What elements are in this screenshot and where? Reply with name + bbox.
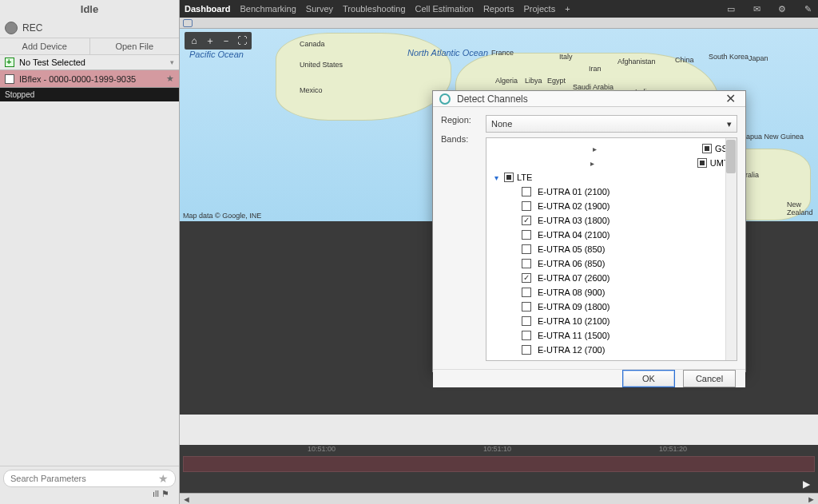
record-row[interactable]: REC [0, 18, 179, 38]
checkbox[interactable] [522, 187, 531, 196]
item-label: E-UTRA 06 (850) [538, 259, 605, 268]
ok-button[interactable]: OK [622, 370, 675, 387]
country-label: Algeria [495, 77, 518, 85]
search-parameters[interactable]: ★ [3, 470, 176, 487]
device-row[interactable]: IBflex - 0000-0000-1999-9035 ★ [0, 70, 179, 88]
item-label: E-UTRA 09 (1800) [538, 302, 610, 312]
chevron-down-icon: ▾ [170, 58, 174, 66]
bands-tree[interactable]: GSM UMTS LTE E-UTRA 01 (2100) E-UTRA 02 … [486, 137, 737, 361]
country-label: Afghanistan [617, 58, 656, 65]
checkbox[interactable] [522, 331, 531, 340]
map-attribution: Map data © Google, INE [183, 212, 261, 220]
expand-icon[interactable] [491, 145, 699, 153]
left-panel: Idle REC Add Device Open File No Test Se… [0, 0, 180, 504]
checkbox[interactable] [522, 316, 531, 326]
tree-item[interactable]: E-UTRA 06 (850) [488, 256, 735, 271]
zoom-in-icon[interactable]: ＋ [202, 34, 218, 48]
tristate-checkbox[interactable] [697, 158, 707, 168]
country-label: Canada [300, 40, 325, 48]
scrollbar-thumb[interactable] [726, 140, 736, 173]
no-test-row[interactable]: No Test Selected ▾ [0, 55, 179, 70]
add-device-button[interactable]: Add Device [0, 38, 90, 54]
scrollbar-track[interactable] [725, 138, 737, 360]
item-label: E-UTRA 05 (850) [538, 244, 605, 254]
mail-icon[interactable]: ✉ [751, 3, 762, 14]
play-icon[interactable]: ▶ [803, 478, 810, 490]
add-tab-icon[interactable]: + [565, 4, 570, 14]
checkbox[interactable] [522, 259, 531, 268]
tree-item[interactable]: ✓ E-UTRA 03 (1800) [488, 213, 735, 228]
checkbox[interactable] [522, 345, 531, 355]
checkbox[interactable] [522, 201, 531, 211]
tree-group[interactable]: LTE [488, 170, 735, 185]
tree-item[interactable]: E-UTRA 08 (900) [488, 285, 735, 300]
checkbox[interactable] [522, 244, 531, 254]
tab-cell-estimation[interactable]: Cell Estimation [415, 4, 474, 14]
item-label: E-UTRA 08 (900) [538, 288, 605, 297]
country-label: Iran [589, 65, 602, 73]
zoom-out-icon[interactable]: － [218, 34, 234, 48]
tristate-checkbox[interactable] [702, 144, 712, 153]
horizontal-scrollbar[interactable]: ◄► [180, 493, 818, 504]
country-label: China [675, 56, 694, 64]
tree-item[interactable]: E-UTRA 04 (2100) [488, 228, 735, 242]
device-status: Stopped [0, 88, 179, 101]
timeline-tick: 10:51:20 [659, 445, 687, 453]
tab-bar: Dashboard Benchmarking Survey Troublesho… [180, 0, 818, 18]
region-value: None [491, 119, 512, 129]
country-label: Mexico [300, 86, 323, 94]
tab-troubleshooting[interactable]: Troubleshooting [343, 4, 405, 14]
tree-item[interactable]: E-UTRA 11 (1500) [488, 328, 735, 343]
detect-channels-dialog: Detect Channels ✕ Region: Bands: None ▾ [432, 90, 746, 372]
bands-label: Bands: [441, 134, 481, 144]
book-icon[interactable] [183, 19, 193, 27]
tree-item[interactable]: E-UTRA 12 (700) [488, 343, 735, 357]
timeline[interactable]: 10:51:00 10:51:10 10:51:20 ▶ [180, 445, 818, 493]
tab-survey[interactable]: Survey [306, 4, 333, 14]
favorite-icon[interactable]: ★ [158, 472, 169, 485]
tree-item[interactable]: E-UTRA 05 (850) [488, 242, 735, 256]
tree-item[interactable]: E-UTRA 01 (2100) [488, 185, 735, 199]
view-strip [180, 415, 818, 446]
tree-item[interactable]: E-UTRA 10 (2100) [488, 314, 735, 328]
tree-group[interactable]: GSM [488, 141, 735, 156]
item-label: E-UTRA 12 (700) [538, 345, 605, 355]
search-input[interactable] [10, 474, 153, 483]
tristate-checkbox[interactable] [504, 173, 514, 182]
tab-projects[interactable]: Projects [523, 4, 555, 14]
region-select[interactable]: None ▾ [486, 115, 737, 133]
open-file-button[interactable]: Open File [90, 38, 180, 54]
checkbox[interactable] [522, 302, 531, 312]
checkbox[interactable] [522, 288, 531, 297]
tab-dashboard[interactable]: Dashboard [185, 4, 230, 14]
timeline-tick: 10:51:10 [483, 445, 511, 453]
checkbox[interactable]: ✓ [522, 273, 531, 283]
record-icon [5, 22, 18, 34]
fullscreen-icon[interactable]: ⛶ [234, 34, 250, 48]
dialog-icon [439, 93, 451, 105]
country-label: South Korea [709, 53, 749, 61]
country-label: Libya [525, 77, 542, 85]
tree-item[interactable]: ✓ E-UTRA 07 (2600) [488, 271, 735, 285]
tree-item[interactable]: E-UTRA 09 (1800) [488, 300, 735, 314]
tree-group[interactable]: UMTS [488, 156, 735, 170]
tab-reports[interactable]: Reports [483, 4, 514, 14]
tab-benchmarking[interactable]: Benchmarking [240, 4, 296, 14]
no-test-label: No Test Selected [19, 58, 85, 67]
close-icon[interactable]: ✕ [722, 91, 739, 106]
edit-icon[interactable]: ✎ [802, 3, 813, 14]
gear-icon[interactable]: ⚙ [776, 3, 788, 14]
tree-item[interactable]: E-UTRA 02 (1900) [488, 199, 735, 213]
pacific-ocean-label: Pacific Ocean [189, 50, 244, 59]
item-label: E-UTRA 11 (1500) [538, 331, 610, 340]
expand-icon[interactable] [491, 173, 501, 182]
home-icon[interactable]: ⌂ [186, 34, 202, 48]
checkbox[interactable] [522, 230, 531, 240]
phone-icon[interactable]: ▭ [725, 3, 737, 14]
expand-icon[interactable] [491, 159, 694, 168]
checkbox[interactable]: ✓ [522, 216, 531, 225]
country-label: United States [300, 61, 343, 69]
timeline-bar[interactable] [183, 456, 815, 472]
cancel-button[interactable]: Cancel [683, 370, 736, 387]
dialog-title: Detect Channels [457, 93, 528, 105]
